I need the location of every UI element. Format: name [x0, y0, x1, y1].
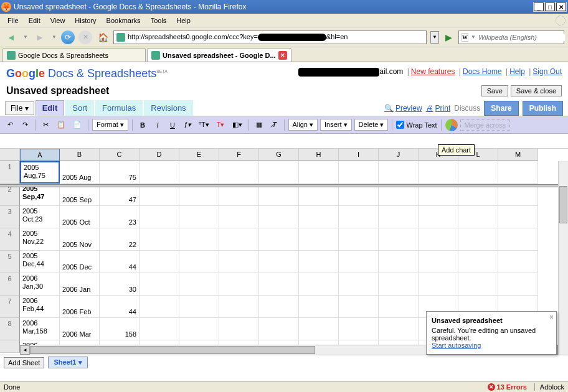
- back-button[interactable]: ◄: [4, 30, 19, 45]
- cell[interactable]: [339, 161, 379, 184]
- discuss-button[interactable]: Discuss: [454, 104, 480, 113]
- column-header-F[interactable]: F: [219, 149, 259, 161]
- cell[interactable]: [498, 273, 538, 296]
- paste-button[interactable]: 📄: [70, 119, 84, 131]
- select-all-corner[interactable]: [0, 149, 20, 161]
- cell[interactable]: 2005Nov,22: [20, 228, 60, 251]
- cell[interactable]: 2006 Feb: [60, 296, 100, 318]
- publish-button[interactable]: Publish: [523, 101, 563, 116]
- wrap-text-checkbox[interactable]: Wrap Text: [396, 121, 437, 129]
- cell[interactable]: [458, 251, 498, 273]
- row-header[interactable]: [0, 340, 20, 353]
- underline-button[interactable]: U: [166, 119, 179, 131]
- cell[interactable]: [140, 206, 179, 228]
- italic-button[interactable]: I: [151, 119, 164, 131]
- undo-button[interactable]: ↶: [4, 119, 16, 131]
- home-button[interactable]: 🏠: [96, 30, 110, 44]
- cell[interactable]: [299, 228, 339, 251]
- cell[interactable]: 44: [100, 251, 140, 273]
- cell[interactable]: [259, 228, 299, 251]
- menu-view[interactable]: View: [45, 16, 70, 26]
- errors-indicator[interactable]: ✕13 Errors: [488, 383, 527, 391]
- cell[interactable]: 2005 Oct: [60, 206, 100, 228]
- merge-across-button[interactable]: Merge across: [460, 119, 511, 131]
- column-header-M[interactable]: M: [498, 149, 538, 161]
- cell[interactable]: 30: [100, 273, 140, 296]
- text-color-button[interactable]: T▾: [214, 119, 227, 131]
- cell[interactable]: [458, 228, 498, 251]
- cell[interactable]: [379, 161, 419, 184]
- cell[interactable]: [379, 228, 419, 251]
- cell[interactable]: [219, 318, 259, 340]
- cell[interactable]: [419, 273, 458, 296]
- minimize-button[interactable]: _: [534, 2, 544, 11]
- cell[interactable]: 75: [100, 161, 140, 184]
- browser-tab-0[interactable]: Google Docs & Spreadsheets: [2, 48, 146, 62]
- save-close-button[interactable]: Save & close: [511, 85, 562, 96]
- cell[interactable]: [339, 228, 379, 251]
- menu-bookmarks[interactable]: Bookmarks: [102, 16, 146, 26]
- adblock-indicator[interactable]: Adblock: [534, 383, 564, 391]
- preview-link[interactable]: 🔍Preview: [384, 104, 422, 113]
- cell[interactable]: [299, 296, 339, 318]
- cell[interactable]: [419, 161, 458, 184]
- cell[interactable]: [498, 206, 538, 228]
- delete-dropdown[interactable]: Delete ▾: [354, 119, 389, 131]
- cell[interactable]: [219, 296, 259, 318]
- row-header[interactable]: 3: [0, 206, 20, 228]
- column-header-E[interactable]: E: [179, 149, 219, 161]
- cell[interactable]: [419, 251, 458, 273]
- column-header-B[interactable]: B: [60, 149, 100, 161]
- go-button[interactable]: ▶: [443, 32, 455, 42]
- tab-formulas[interactable]: Formulas: [95, 100, 143, 116]
- forward-dropdown[interactable]: ▼: [51, 30, 57, 45]
- cell[interactable]: [179, 251, 219, 273]
- cell[interactable]: 2006 Jan: [60, 273, 100, 296]
- url-bar[interactable]: http://spreadsheets0.google.com/ccc?key=…: [113, 30, 427, 44]
- menu-edit[interactable]: Edit: [24, 16, 45, 26]
- scroll-left-button[interactable]: ◄: [20, 345, 30, 355]
- forward-button[interactable]: ►: [32, 30, 47, 45]
- cell[interactable]: [259, 318, 299, 340]
- search-box[interactable]: W ▼ 🔍: [458, 30, 564, 44]
- cell[interactable]: [498, 251, 538, 273]
- add-chart-button[interactable]: [445, 119, 458, 131]
- url-dropdown[interactable]: ▼: [430, 31, 439, 44]
- insert-dropdown[interactable]: Insert ▾: [320, 119, 352, 131]
- cell[interactable]: [219, 228, 259, 251]
- cell[interactable]: [419, 228, 458, 251]
- browser-tab-1[interactable]: Unsaved spreadsheet - Google D... ✕: [147, 48, 291, 62]
- tab-edit[interactable]: Edit: [36, 100, 65, 116]
- cell[interactable]: [140, 161, 179, 184]
- share-button[interactable]: Share: [484, 101, 518, 116]
- cell[interactable]: [259, 296, 299, 318]
- reload-button[interactable]: ⟳: [61, 30, 75, 44]
- start-autosaving-link[interactable]: Start autosaving: [432, 342, 481, 349]
- cell[interactable]: [219, 273, 259, 296]
- stop-button[interactable]: ✕: [78, 30, 92, 44]
- row-header[interactable]: 7: [0, 296, 20, 318]
- cell[interactable]: [140, 318, 179, 340]
- cell[interactable]: [458, 161, 498, 184]
- row-header[interactable]: 4: [0, 228, 20, 251]
- menu-help[interactable]: Help: [171, 16, 196, 26]
- sheet-tab-1[interactable]: Sheet1 ▾: [48, 357, 87, 368]
- tab-revisions[interactable]: Revisions: [144, 100, 192, 116]
- cell[interactable]: 2005Oct,23: [20, 206, 60, 228]
- cell[interactable]: 2006Jan,30: [20, 273, 60, 296]
- cell[interactable]: [179, 273, 219, 296]
- cell[interactable]: 2005 Dec: [60, 251, 100, 273]
- cell[interactable]: 2005 Nov: [60, 228, 100, 251]
- cell[interactable]: [140, 296, 179, 318]
- cell[interactable]: [179, 161, 219, 184]
- align-dropdown[interactable]: Align ▾: [288, 119, 318, 131]
- cell[interactable]: [339, 251, 379, 273]
- cell[interactable]: [219, 206, 259, 228]
- font-size-button[interactable]: ᵀT▾: [196, 119, 212, 131]
- cell[interactable]: [219, 251, 259, 273]
- tab-close-icon[interactable]: ✕: [278, 51, 287, 60]
- cell[interactable]: [140, 251, 179, 273]
- cell[interactable]: 2005Aug,75: [20, 161, 60, 184]
- cell[interactable]: 23: [100, 206, 140, 228]
- cell[interactable]: [379, 318, 419, 340]
